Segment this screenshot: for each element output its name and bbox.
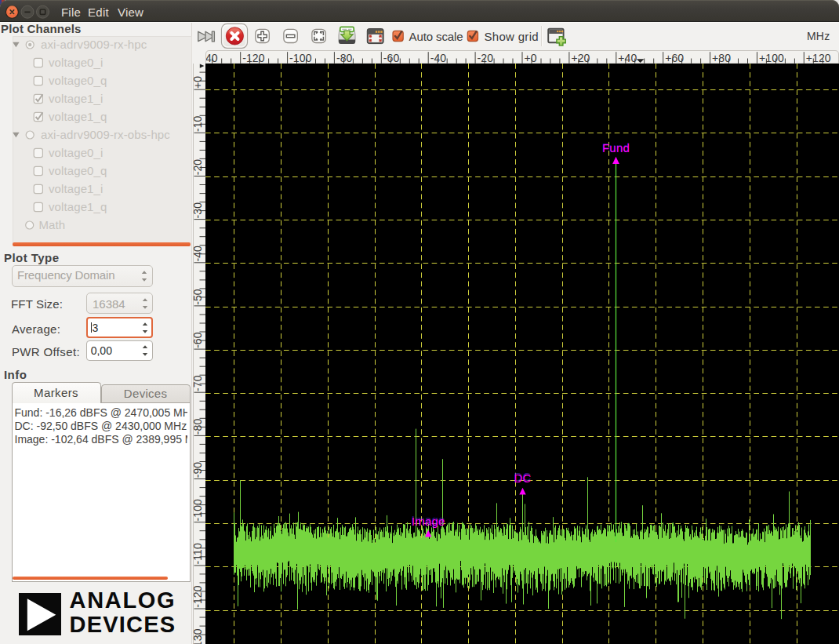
- svg-text:Image: Image: [412, 515, 445, 528]
- svg-text:-50: -50: [191, 289, 204, 305]
- svg-text:-100: -100: [191, 499, 204, 522]
- svg-text:-60: -60: [191, 332, 204, 348]
- svg-text:Fund: Fund: [602, 141, 630, 155]
- svg-text:-40: -40: [191, 246, 204, 262]
- svg-text:-100: -100: [289, 52, 312, 64]
- svg-text:-40: -40: [430, 52, 447, 64]
- svg-text:-120: -120: [191, 585, 204, 608]
- svg-text:+0: +0: [191, 76, 204, 89]
- svg-text:+120: +120: [806, 52, 831, 64]
- svg-text:+60: +60: [665, 52, 684, 64]
- svg-text:-130: -130: [191, 628, 204, 644]
- svg-text:-70: -70: [191, 375, 204, 391]
- svg-text:-110: -110: [191, 543, 204, 564]
- svg-text:-80: -80: [336, 52, 353, 64]
- svg-text:-10: -10: [191, 115, 204, 132]
- svg-text:+80: +80: [712, 52, 731, 64]
- svg-text:+0: +0: [525, 52, 537, 64]
- svg-text:-90: -90: [191, 462, 204, 478]
- svg-text:+40: +40: [618, 52, 637, 64]
- svg-text:-80: -80: [191, 419, 204, 435]
- svg-text:-60: -60: [383, 52, 400, 64]
- svg-text:-140: -140: [195, 52, 218, 64]
- svg-text:-20: -20: [191, 159, 204, 176]
- svg-text:+100: +100: [759, 52, 784, 64]
- svg-text:DC: DC: [514, 471, 531, 485]
- svg-text:-30: -30: [191, 202, 204, 219]
- svg-text:-120: -120: [242, 52, 265, 64]
- svg-text:+20: +20: [571, 52, 590, 64]
- svg-text:-20: -20: [478, 52, 494, 64]
